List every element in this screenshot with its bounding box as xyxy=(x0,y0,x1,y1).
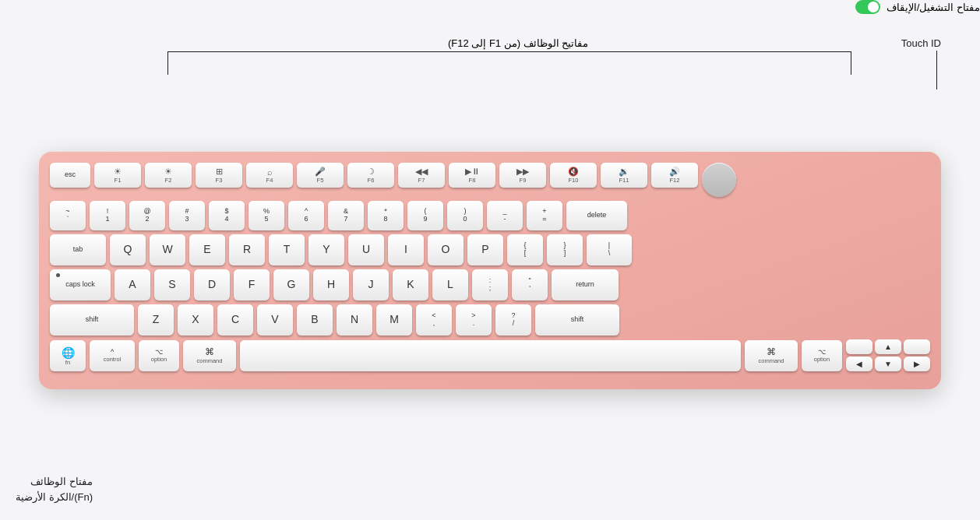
key-arrow-left[interactable]: ◀ xyxy=(846,357,872,371)
key-8[interactable]: *8 xyxy=(368,201,404,230)
key-u[interactable]: U xyxy=(348,234,384,265)
funckeys-annotation: مفاتيح الوظائف (من F1 إلى F12) xyxy=(448,37,588,49)
key-w[interactable]: W xyxy=(150,234,185,265)
key-command-right[interactable]: ⌘command xyxy=(745,340,798,371)
number-key-row: ~` !1 @2 #3 $4 %5 ^6 &7 xyxy=(50,201,930,230)
key-5[interactable]: %5 xyxy=(249,201,284,230)
key-m[interactable]: M xyxy=(376,304,412,336)
key-semicolon[interactable]: :; xyxy=(472,269,508,300)
funckeys-bracket-horiz xyxy=(167,51,851,52)
key-control[interactable]: ^ control xyxy=(90,340,135,371)
key-l[interactable]: L xyxy=(432,269,468,300)
key-command-left[interactable]: ⌘command xyxy=(183,340,236,371)
key-4[interactable]: $4 xyxy=(209,201,245,230)
key-backtick[interactable]: ~` xyxy=(50,201,86,230)
key-2[interactable]: @2 xyxy=(129,201,165,230)
asdf-row: caps lock A S D F G H J K L :; "' return xyxy=(50,269,930,300)
key-equals[interactable]: += xyxy=(527,201,562,230)
key-z[interactable]: Z xyxy=(138,304,174,336)
key-p[interactable]: P xyxy=(467,234,503,265)
key-esc[interactable]: esc xyxy=(50,163,90,188)
key-f[interactable]: F xyxy=(234,269,270,300)
keyboard-body: esc ☀F1 ☀F2 ⊞F3 ⌕F4 🎤F5 ☽F6 ◀◀F7 ▶⏸F8 ▶▶… xyxy=(39,74,941,311)
key-f10[interactable]: 🔇F10 xyxy=(550,163,597,188)
fn-label-line2: (Fn)/الكرة الأرضية xyxy=(16,490,93,505)
key-g[interactable]: G xyxy=(273,269,309,300)
key-f7[interactable]: ◀◀F7 xyxy=(398,163,445,188)
key-rbracket[interactable]: }] xyxy=(547,234,583,265)
key-period[interactable]: >. xyxy=(456,304,492,336)
key-f4[interactable]: ⌕F4 xyxy=(246,163,293,188)
key-q[interactable]: Q xyxy=(110,234,146,265)
keyboard: esc ☀F1 ☀F2 ⊞F3 ⌕F4 🎤F5 ☽F6 ◀◀F7 ▶⏸F8 ▶▶… xyxy=(39,152,941,389)
fn-annotation: مفتاح الوظائف (Fn)/الكرة الأرضية xyxy=(16,474,93,504)
key-shift-right[interactable]: shift xyxy=(535,304,619,336)
arrow-row-top: ▲ xyxy=(846,339,930,354)
key-backslash[interactable]: |\ xyxy=(587,234,632,265)
key-f3[interactable]: ⊞F3 xyxy=(196,163,242,188)
key-comma[interactable]: <, xyxy=(416,304,452,336)
key-minus[interactable]: _- xyxy=(487,201,523,230)
bottom-key-row: 🌐 fn ^ control ⌥option ⌘command ⌘command xyxy=(50,339,930,371)
key-3[interactable]: #3 xyxy=(169,201,205,230)
key-k[interactable]: K xyxy=(393,269,428,300)
key-6[interactable]: ^6 xyxy=(288,201,324,230)
qwerty-row: tab Q W E R T Y U I O P {[ }] |\ xyxy=(50,234,930,265)
key-9[interactable]: (9 xyxy=(407,201,443,230)
key-t[interactable]: T xyxy=(269,234,305,265)
key-touchid[interactable] xyxy=(702,163,736,197)
key-tab[interactable]: tab xyxy=(50,234,106,265)
key-option-right[interactable]: ⌥option xyxy=(802,340,842,371)
key-a[interactable]: A xyxy=(115,269,150,300)
key-slash[interactable]: ?/ xyxy=(495,304,531,336)
key-x[interactable]: X xyxy=(178,304,213,336)
key-f6[interactable]: ☽F6 xyxy=(347,163,394,188)
zxcv-row: shift Z X C V B N M <, >. ?/ shift xyxy=(50,304,930,336)
key-f1[interactable]: ☀F1 xyxy=(94,163,141,188)
key-r[interactable]: R xyxy=(229,234,265,265)
key-f12[interactable]: 🔊F12 xyxy=(651,163,698,188)
touchid-annotation: Touch ID xyxy=(901,37,941,49)
key-b[interactable]: B xyxy=(297,304,333,336)
key-arrow-right[interactable]: ▶ xyxy=(904,357,930,371)
key-v[interactable]: V xyxy=(257,304,293,336)
key-o[interactable]: O xyxy=(428,234,464,265)
funckeys-bracket-left xyxy=(167,51,168,75)
key-return[interactable]: return xyxy=(552,269,619,300)
key-lbracket[interactable]: {[ xyxy=(507,234,543,265)
key-i[interactable]: I xyxy=(388,234,424,265)
key-capslock[interactable]: caps lock xyxy=(50,269,111,300)
key-n[interactable]: N xyxy=(337,304,372,336)
power-annotation: مفتاح التشغيل/الإيقاف xyxy=(0,0,980,14)
power-toggle-icon xyxy=(855,0,880,14)
key-e[interactable]: E xyxy=(189,234,225,265)
key-shift-left[interactable]: shift xyxy=(50,304,134,336)
key-0[interactable]: )0 xyxy=(447,201,483,230)
key-7[interactable]: &7 xyxy=(328,201,364,230)
key-arrow-right-placeholder xyxy=(904,339,930,354)
key-space[interactable] xyxy=(240,340,741,371)
key-arrow-up[interactable]: ▲ xyxy=(875,339,901,354)
key-f2[interactable]: ☀F2 xyxy=(145,163,192,188)
key-d[interactable]: D xyxy=(194,269,230,300)
key-fn-globe[interactable]: 🌐 fn xyxy=(50,340,86,371)
key-arrow-left-placeholder xyxy=(846,339,872,354)
key-option-left[interactable]: ⌥option xyxy=(139,340,179,371)
arrow-row-bottom: ◀ ▼ ▶ xyxy=(846,357,930,371)
key-y[interactable]: Y xyxy=(308,234,344,265)
key-j[interactable]: J xyxy=(353,269,389,300)
key-h[interactable]: H xyxy=(313,269,349,300)
key-quote[interactable]: "' xyxy=(512,269,548,300)
key-f8[interactable]: ▶⏸F8 xyxy=(449,163,495,188)
key-f11[interactable]: 🔉F11 xyxy=(601,163,647,188)
key-f9[interactable]: ▶▶F9 xyxy=(499,163,546,188)
funckeys-label: مفاتيح الوظائف (من F1 إلى F12) xyxy=(448,37,588,49)
key-c[interactable]: C xyxy=(217,304,253,336)
fn-label-line1: مفتاح الوظائف xyxy=(16,474,93,490)
key-arrow-down[interactable]: ▼ xyxy=(875,357,901,371)
key-f5[interactable]: 🎤F5 xyxy=(297,163,344,188)
key-1[interactable]: !1 xyxy=(90,201,125,230)
touchid-label: Touch ID xyxy=(901,37,941,49)
key-delete[interactable]: delete xyxy=(566,201,627,230)
key-s[interactable]: S xyxy=(154,269,190,300)
